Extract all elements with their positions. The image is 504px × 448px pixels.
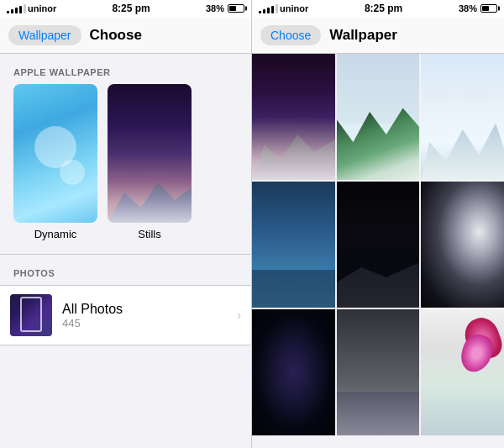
carrier-name-right: uninor [280,3,308,13]
nav-title-right: Wallpaper [329,27,397,44]
left-panel: uninor 8:25 pm 38% Wallpaper Choose APPL… [0,0,252,448]
right-panel: uninor 8:25 pm 38% Choose Wallpaper [252,0,504,448]
stills-mountain [108,172,192,223]
nav-bar-left: Wallpaper Choose [0,17,251,54]
status-right-right: 38% [459,3,497,13]
wallpaper-item-dynamic[interactable]: Dynamic [13,84,97,240]
battery-pct-right: 38% [459,3,477,13]
signal-dot-r1 [259,11,261,13]
gallery-item-8[interactable] [337,309,420,435]
photos-title: All Photos [62,302,227,317]
signal-dots-left [7,4,26,13]
section-header-photos: PHOTOS [0,255,251,285]
gallery-item-3[interactable] [421,54,504,180]
status-right-left: 38% [206,3,244,13]
photos-section: All Photos 445 › [0,285,251,345]
signal-dot-1 [7,11,9,13]
all-photos-row[interactable]: All Photos 445 › [0,286,251,345]
gallery-item-7[interactable] [252,309,335,435]
signal-dot-3 [15,8,18,13]
dynamic-thumb [13,84,97,223]
stills-thumb [108,84,192,223]
wallpaper-gallery [252,54,504,448]
carrier-name-left: uninor [28,3,56,13]
stills-label: Stills [138,228,160,240]
signal-dot-r4 [271,6,274,13]
gallery-item-2[interactable] [337,54,420,180]
wallpaper-item-stills[interactable]: Stills [108,84,192,240]
signal-dot-r3 [267,8,270,13]
battery-pct-left: 38% [206,3,224,13]
battery-icon-right [480,4,497,13]
chevron-icon: › [237,308,241,323]
photos-count: 445 [62,317,227,329]
carrier-signal-left: uninor [7,3,56,13]
back-button-right[interactable]: Choose [260,25,321,45]
dynamic-label: Dynamic [34,228,77,240]
signal-dot-4 [19,6,22,13]
stills-preview [108,84,192,223]
nav-title-left: Choose [90,27,142,44]
gallery-item-9[interactable] [421,309,504,435]
back-button-left[interactable]: Wallpaper [8,25,81,45]
photos-info: All Photos 445 [62,302,227,329]
signal-dots-right [259,4,278,13]
wallpaper-grid: Dynamic Stills [0,84,251,240]
nav-bar-right: Choose Wallpaper [252,17,504,54]
time-right: 8:25 pm [365,3,402,14]
section-header-apple: APPLE WALLPAPER [0,54,251,84]
battery-icon-left [228,4,244,13]
gallery-item-4[interactable] [252,182,335,308]
signal-dot-2 [11,9,13,13]
gallery-item-1[interactable] [252,54,335,180]
signal-dot-5 [24,4,26,13]
gallery-item-5[interactable] [337,182,420,308]
time-left: 8:25 pm [112,3,150,14]
signal-dot-r2 [263,9,265,13]
signal-dot-r5 [276,4,278,13]
status-bar-right: uninor 8:25 pm 38% [252,0,504,17]
dynamic-preview [13,84,97,223]
carrier-signal-right: uninor [259,3,308,13]
status-bar-left: uninor 8:25 pm 38% [0,0,251,17]
photos-thumb [10,294,52,336]
gallery-item-6[interactable] [421,182,504,308]
